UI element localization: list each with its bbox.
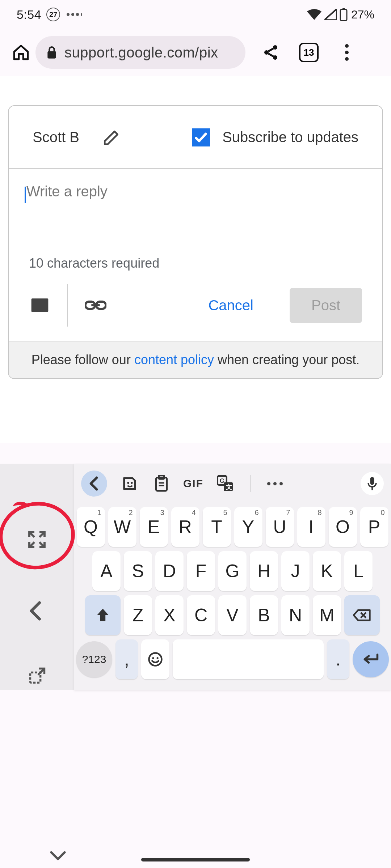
space-key[interactable] xyxy=(173,639,324,679)
notification-count-badge: 27 xyxy=(46,8,60,21)
svg-point-36 xyxy=(157,657,159,659)
tab-count-icon[interactable]: 13 xyxy=(299,43,319,62)
symbols-key[interactable]: ?123 xyxy=(76,641,112,677)
lock-icon xyxy=(46,46,57,59)
battery-percent: 27% xyxy=(351,8,374,21)
key-d[interactable]: D xyxy=(155,551,184,591)
key-c[interactable]: C xyxy=(187,595,215,635)
svg-point-35 xyxy=(152,657,154,659)
key-i[interactable]: I8 xyxy=(297,507,325,547)
svg-text:文: 文 xyxy=(226,483,232,490)
notification-overflow-icon xyxy=(67,13,82,16)
svg-line-6 xyxy=(268,48,273,51)
clipboard-icon[interactable] xyxy=(152,474,171,493)
keyboard-row-3: ZXCVBNM xyxy=(76,595,389,635)
more-options-icon[interactable] xyxy=(266,474,285,493)
more-menu-icon[interactable] xyxy=(336,42,358,63)
reply-actions: Cancel Post xyxy=(9,277,382,341)
expand-keyboard-icon[interactable] xyxy=(26,529,48,550)
key-x[interactable]: X xyxy=(155,595,184,635)
key-b[interactable]: B xyxy=(250,595,278,635)
translate-icon[interactable]: G文 xyxy=(216,474,235,493)
keyboard-row-2: ASDFGHJKL xyxy=(76,551,389,591)
key-g[interactable]: G xyxy=(218,551,247,591)
reply-input[interactable]: Write a reply xyxy=(9,169,382,256)
subscribe-label: Subscribe to updates xyxy=(222,129,358,145)
keyboard-move-left-icon[interactable] xyxy=(30,601,44,616)
key-e[interactable]: E3 xyxy=(140,507,168,547)
policy-text-pre: Please follow our xyxy=(31,352,134,367)
signal-icon xyxy=(324,9,337,20)
status-time: 5:54 xyxy=(17,8,41,22)
key-m[interactable]: M xyxy=(313,595,341,635)
svg-rect-30 xyxy=(370,477,374,485)
key-n[interactable]: N xyxy=(281,595,310,635)
key-y[interactable]: Y6 xyxy=(234,507,262,547)
svg-rect-0 xyxy=(340,10,347,21)
keyboard-row-1: Q1W2E3R4T5Y6U7I8O9P0 xyxy=(76,507,389,547)
key-s[interactable]: S xyxy=(124,551,152,591)
status-bar: 5:54 27 27% xyxy=(0,0,391,29)
svg-point-5 xyxy=(273,55,277,60)
reply-box: Scott B Subscribe to updates Write a rep… xyxy=(8,105,383,379)
policy-text-post: when creating your post. xyxy=(214,352,360,367)
keyboard-side-toolbar xyxy=(0,464,74,684)
key-o[interactable]: O9 xyxy=(329,507,357,547)
svg-text:G: G xyxy=(220,477,224,484)
content-policy-link[interactable]: content policy xyxy=(134,352,214,367)
reply-placeholder: Write a reply xyxy=(26,183,108,199)
insert-image-icon[interactable] xyxy=(29,294,51,316)
key-l[interactable]: L xyxy=(344,551,373,591)
svg-rect-2 xyxy=(47,51,56,59)
text-cursor xyxy=(25,187,26,203)
svg-point-20 xyxy=(127,482,129,484)
keyboard: GIF G文 Q1W2E3R4T5Y6U7I8O9P0 ASDFGHJKL ZX… xyxy=(0,464,391,690)
svg-point-34 xyxy=(149,653,162,666)
navigation-handle[interactable] xyxy=(141,858,250,861)
share-icon[interactable] xyxy=(260,42,282,63)
key-v[interactable]: V xyxy=(218,595,247,635)
post-button[interactable]: Post xyxy=(290,288,362,323)
reply-header: Scott B Subscribe to updates xyxy=(9,106,382,169)
keyboard-float-icon[interactable] xyxy=(28,666,46,684)
backspace-key[interactable] xyxy=(344,595,380,635)
key-z[interactable]: Z xyxy=(124,595,152,635)
insert-link-icon[interactable] xyxy=(85,294,106,316)
url-text: support.google.com/pix xyxy=(64,44,218,61)
voice-input-icon[interactable] xyxy=(361,472,384,495)
enter-key[interactable] xyxy=(353,641,389,677)
address-bar[interactable]: support.google.com/pix xyxy=(35,36,245,69)
emoji-key[interactable] xyxy=(141,639,169,679)
key-k[interactable]: K xyxy=(313,551,341,591)
svg-line-7 xyxy=(268,54,273,56)
keyboard-suggestion-bar: GIF G文 xyxy=(74,464,391,503)
suggestion-divider xyxy=(250,475,251,492)
key-w[interactable]: W2 xyxy=(108,507,136,547)
keyboard-row-4: ?123 , . xyxy=(76,639,389,679)
svg-point-3 xyxy=(273,45,277,50)
shift-key[interactable] xyxy=(85,595,121,635)
cancel-button[interactable]: Cancel xyxy=(197,290,264,321)
subscribe-checkbox[interactable] xyxy=(192,128,210,146)
sticker-icon[interactable] xyxy=(120,474,139,493)
keyboard-main: GIF G文 Q1W2E3R4T5Y6U7I8O9P0 ASDFGHJKL ZX… xyxy=(74,464,391,690)
edit-icon[interactable] xyxy=(102,128,121,146)
character-requirement: 10 characters required xyxy=(9,256,382,277)
key-p[interactable]: P0 xyxy=(360,507,388,547)
keyboard-back-icon[interactable] xyxy=(81,471,107,497)
collapse-keyboard-icon[interactable] xyxy=(47,845,69,867)
key-r[interactable]: R4 xyxy=(171,507,199,547)
page-content: Scott B Subscribe to updates Write a rep… xyxy=(0,76,391,443)
key-f[interactable]: F xyxy=(187,551,215,591)
key-q[interactable]: Q1 xyxy=(77,507,105,547)
gif-icon[interactable]: GIF xyxy=(184,474,203,493)
key-h[interactable]: H xyxy=(250,551,278,591)
home-icon[interactable] xyxy=(10,42,32,63)
key-j[interactable]: J xyxy=(281,551,310,591)
key-t[interactable]: T5 xyxy=(203,507,231,547)
comma-key[interactable]: , xyxy=(115,639,138,679)
browser-toolbar: support.google.com/pix 13 xyxy=(0,29,391,76)
key-a[interactable]: A xyxy=(92,551,121,591)
period-key[interactable]: . xyxy=(327,639,349,679)
key-u[interactable]: U7 xyxy=(266,507,294,547)
